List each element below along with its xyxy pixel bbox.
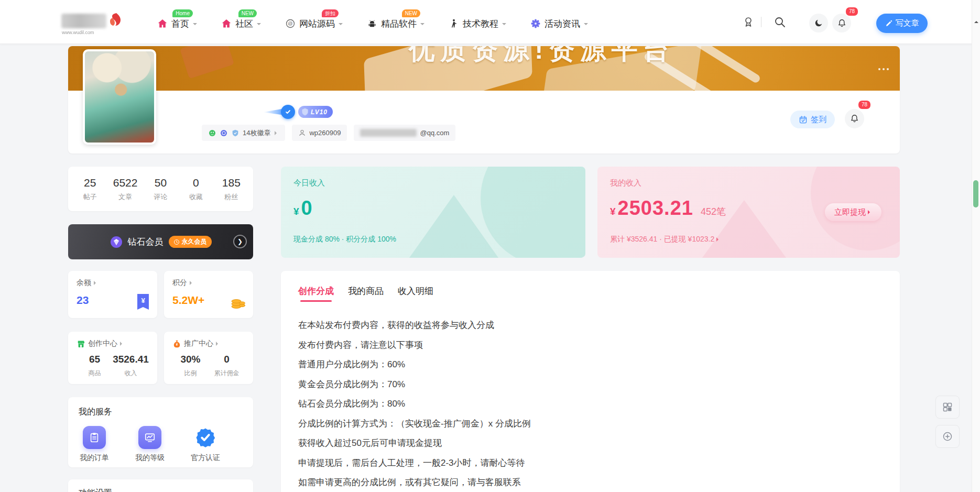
withdraw-button[interactable]: 立即提现	[825, 203, 881, 221]
stat-posts[interactable]: 25 帖子	[72, 177, 107, 202]
profile-banner: 优质资源!资源平台	[68, 46, 900, 91]
badge-icon-shield	[231, 129, 239, 137]
avatar[interactable]	[83, 49, 156, 145]
bell-icon	[850, 114, 859, 124]
stat-followers[interactable]: 185 粉丝	[214, 177, 249, 202]
stat-value: 0	[209, 354, 245, 365]
info-line: 黄金会员分成比例为：70%	[298, 375, 880, 395]
nav-item-home[interactable]: 首页 Home	[157, 0, 197, 44]
calendar-check-icon	[799, 115, 808, 124]
balance-label: 余额	[77, 278, 91, 288]
email-pill: @qq.com	[354, 125, 455, 141]
badges-pill[interactable]: 14枚徽章	[202, 125, 285, 141]
creation-stat-products: 65 商品	[77, 354, 113, 378]
nav-item-label: 技术教程	[463, 18, 498, 30]
home-icon	[157, 18, 168, 29]
level-badge-label: LV10	[311, 108, 328, 116]
nav-item-news[interactable]: 活动资讯	[530, 0, 588, 44]
info-line: 钻石会员分成比例为：80%	[298, 394, 880, 414]
nav-item-label: 活动资讯	[545, 18, 580, 30]
nav-item-tutorials[interactable]: 技术教程	[449, 0, 506, 44]
tab-creation-share[interactable]: 创作分成	[298, 285, 334, 302]
moon-icon	[814, 18, 823, 28]
stat-comments[interactable]: 50 评论	[143, 177, 178, 202]
medal-icon[interactable]	[742, 16, 755, 28]
service-label: 我的订单	[79, 453, 110, 463]
nav-item-software[interactable]: 精品软件 NEW	[367, 0, 424, 44]
banner-usb-decoration	[690, 46, 761, 84]
search-icon[interactable]	[774, 16, 786, 28]
promo-stat-commission: 0 累计佣金	[209, 354, 245, 378]
coins-icon	[230, 295, 246, 312]
certified-check-icon	[194, 426, 217, 449]
swoosh-decoration	[263, 109, 283, 115]
quick-panel-button[interactable]	[935, 396, 960, 419]
promotion-center-card[interactable]: ¥ 推广中心 30% 比例 0 累计佣金	[164, 332, 253, 384]
dark-mode-toggle[interactable]	[809, 14, 828, 32]
email-suffix-label: @qq.com	[420, 129, 449, 137]
top-navbar: www.wudil.com 首页 Home 社区 NEW @	[0, 0, 980, 44]
diamond-membership-banner[interactable]: 钻石会员 永久会员 ❯	[68, 224, 253, 259]
info-line: 如需申请更高的分成比例，或有其它疑问，请与客服联系	[298, 473, 880, 492]
divider	[761, 17, 761, 27]
tab-my-products[interactable]: 我的商品	[348, 285, 384, 302]
my-income-count: 452笔	[701, 205, 726, 218]
chevron-down-icon	[339, 23, 343, 27]
creation-center-title: 创作中心	[88, 339, 117, 348]
stat-value: 25	[72, 177, 107, 189]
creation-center-card[interactable]: 创作中心 65 商品 3526.41 收入	[68, 332, 157, 384]
badge-row: LV10	[263, 105, 333, 119]
my-income-meta[interactable]: 累计 ¥3526.41 · 已提现 ¥1023.2	[610, 235, 721, 244]
shield-icon	[301, 108, 309, 116]
stat-favorites[interactable]: 0 收藏	[178, 177, 213, 202]
diamond-icon	[110, 236, 123, 248]
site-logo[interactable]	[61, 14, 106, 28]
scrollbar-thumb[interactable]	[973, 180, 978, 207]
profile-card: 优质资源!资源平台 LV10 14枚徽章	[68, 46, 900, 154]
main-menu: 首页 Home 社区 NEW @ 网站源码 折扣	[157, 0, 588, 44]
settings-title: 功能设置	[79, 488, 243, 492]
chevron-right-icon	[120, 342, 124, 346]
stat-value: 65	[77, 354, 113, 365]
points-card[interactable]: 积分 5.2W+	[164, 271, 253, 318]
yen-ribbon-icon: ¥	[136, 294, 150, 312]
creation-stat-income: 3526.41 收入	[113, 354, 149, 378]
service-my-orders[interactable]: 我的订单	[79, 426, 110, 463]
settings-card: 功能设置	[68, 479, 253, 492]
pencil-icon	[885, 20, 892, 27]
tab-income-details[interactable]: 收入明细	[398, 285, 433, 302]
clock-icon	[173, 239, 180, 245]
service-my-level[interactable]: 我的等级	[134, 426, 166, 463]
stat-label: 比例	[172, 369, 209, 378]
info-line: 普通用户分成比例为：60%	[298, 355, 880, 375]
add-button[interactable]	[935, 425, 960, 448]
scrollbar-up-arrow[interactable]	[974, 19, 978, 23]
scrollbar-track[interactable]	[972, 0, 980, 492]
checkin-button[interactable]: 签到	[790, 111, 835, 128]
balance-card[interactable]: 余额 23 ¥	[68, 271, 157, 318]
email-redacted	[360, 129, 417, 137]
chevron-right-icon	[216, 342, 220, 346]
write-article-button[interactable]: 写文章	[876, 14, 928, 33]
nav-item-community[interactable]: 社区 NEW	[221, 0, 261, 44]
stat-value: 185	[214, 177, 249, 189]
level-badge[interactable]: LV10	[298, 106, 333, 118]
profile-notification-count-badge: 78	[857, 100, 872, 110]
level-monitor-icon	[138, 426, 161, 449]
more-options-button[interactable]	[874, 64, 893, 74]
stat-articles[interactable]: 6522 文章	[107, 177, 143, 202]
profile-notifications-button[interactable]	[845, 109, 864, 128]
nav-item-label: 社区	[235, 18, 253, 30]
notification-count-badge: 78	[845, 6, 859, 17]
wallet-row: 余额 23 ¥ 积分 5.2W+	[68, 271, 253, 318]
nav-item-source-code[interactable]: @ 网站源码 折扣	[285, 0, 343, 44]
badges-count-label: 14枚徽章	[243, 128, 270, 138]
my-income-card: 我的收入 ¥ 2503.21 452笔 立即提现 累计 ¥3526.41 · 已…	[597, 167, 900, 258]
currency-symbol: ¥	[293, 206, 299, 217]
service-official-certification[interactable]: 官方认证	[190, 426, 221, 463]
svg-text:@: @	[288, 21, 292, 26]
service-label: 我的等级	[134, 453, 166, 463]
chevron-down-icon	[420, 23, 424, 27]
revenue-share-panel: 创作分成 我的商品 收入明细 在本站发布付费内容，获得的收益将参与收入分成 发布…	[281, 271, 900, 492]
chevron-right-icon	[275, 131, 279, 135]
